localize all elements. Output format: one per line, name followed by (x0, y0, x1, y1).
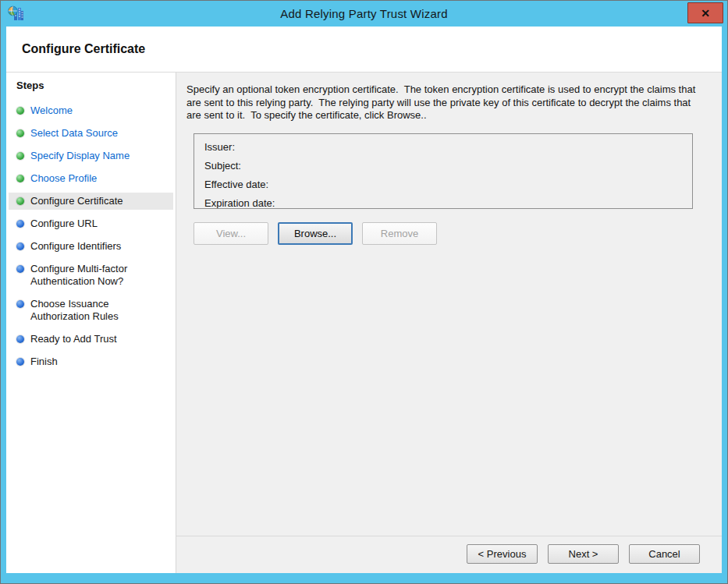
sidebar-item-finish: Finish (9, 353, 173, 370)
step-status-icon (16, 175, 24, 182)
step-label: Select Data Source (30, 127, 118, 139)
page-header: Configure Certificate (6, 27, 722, 73)
description-text: Specify an optional token encryption cer… (186, 83, 698, 122)
page-title: Configure Certificate (22, 42, 145, 56)
next-button[interactable]: Next > (548, 544, 619, 564)
certificate-summary-box: Issuer: Subject: Effective date: Expirat… (194, 133, 693, 209)
sidebar-item-choose-issuance-authorization-rules: Choose Issuance Authorization Rules (9, 296, 173, 325)
step-status-icon (16, 265, 24, 273)
step-label: Configure URL (30, 218, 98, 229)
step-label: Ready to Add Trust (30, 333, 117, 345)
step-label: Configure Multi-factor Authentication No… (30, 263, 127, 287)
sidebar-item-configure-identifiers: Configure Identifiers (9, 238, 173, 255)
certificate-field-expiration-date: Expiration date: (204, 197, 692, 209)
certificate-field-effective-date: Effective date: (204, 179, 692, 197)
step-status-icon (16, 197, 24, 205)
step-status-icon (16, 220, 24, 228)
step-label: Welcome (30, 104, 73, 116)
sidebar-item-specify-display-name[interactable]: Specify Display Name (9, 147, 173, 165)
sidebar-item-welcome[interactable]: Welcome (9, 102, 173, 119)
browse-button[interactable]: Browse... (278, 222, 353, 245)
app-icon (8, 5, 23, 21)
sidebar-item-select-data-source[interactable]: Select Data Source (9, 125, 173, 142)
step-label: Finish (30, 356, 58, 367)
step-label: Specify Display Name (30, 150, 130, 161)
step-label: Choose Profile (30, 172, 97, 184)
remove-button: Remove (362, 222, 437, 245)
view-button: View... (194, 222, 268, 245)
window-title: Add Relying Party Trust Wizard (280, 7, 447, 20)
certificate-action-buttons: View... Browse... Remove (194, 222, 437, 245)
cancel-button[interactable]: Cancel (629, 544, 700, 564)
step-status-icon (16, 335, 24, 343)
step-status-icon (16, 300, 24, 308)
certificate-field-subject: Subject: (204, 160, 692, 179)
steps-list: Welcome Select Data Source Specify Displ… (9, 102, 173, 370)
sidebar-item-configure-certificate: Configure Certificate (9, 193, 173, 210)
step-label: Configure Certificate (30, 195, 123, 207)
field-label: Effective date: (204, 179, 268, 190)
step-label: Choose Issuance Authorization Rules (30, 298, 119, 322)
steps-sidebar: Steps Welcome Select Data Source Specify… (6, 73, 176, 573)
step-status-icon (16, 242, 24, 250)
footer-separator (176, 536, 722, 536)
sidebar-item-configure-multi-factor-authentication: Configure Multi-factor Authentication No… (9, 260, 173, 290)
sidebar-item-configure-url: Configure URL (9, 215, 173, 232)
wizard-window: Add Relying Party Trust Wizard ✕ Configu… (0, 0, 728, 584)
footer-buttons: < Previous Next > Cancel (467, 544, 700, 564)
field-label: Issuer: (204, 141, 235, 153)
field-label: Expiration date: (204, 197, 275, 209)
sidebar-item-choose-profile[interactable]: Choose Profile (9, 170, 173, 187)
dialog-frame: Configure Certificate Steps Welcome Sele… (6, 27, 722, 573)
close-button[interactable]: ✕ (687, 2, 723, 23)
step-status-icon (16, 152, 24, 160)
titlebar[interactable]: Add Relying Party Trust Wizard ✕ (1, 1, 727, 27)
close-icon: ✕ (701, 8, 710, 19)
certificate-field-issuer: Issuer: (204, 141, 692, 160)
step-label: Configure Identifiers (30, 240, 121, 252)
step-status-icon (16, 107, 24, 115)
content-area: Specify an optional token encryption cer… (176, 73, 722, 573)
sidebar-item-ready-to-add-trust: Ready to Add Trust (9, 331, 173, 348)
step-status-icon (16, 358, 24, 366)
step-status-icon (16, 129, 24, 137)
field-label: Subject: (204, 160, 241, 172)
previous-button[interactable]: < Previous (467, 544, 538, 564)
steps-heading: Steps (6, 80, 176, 91)
